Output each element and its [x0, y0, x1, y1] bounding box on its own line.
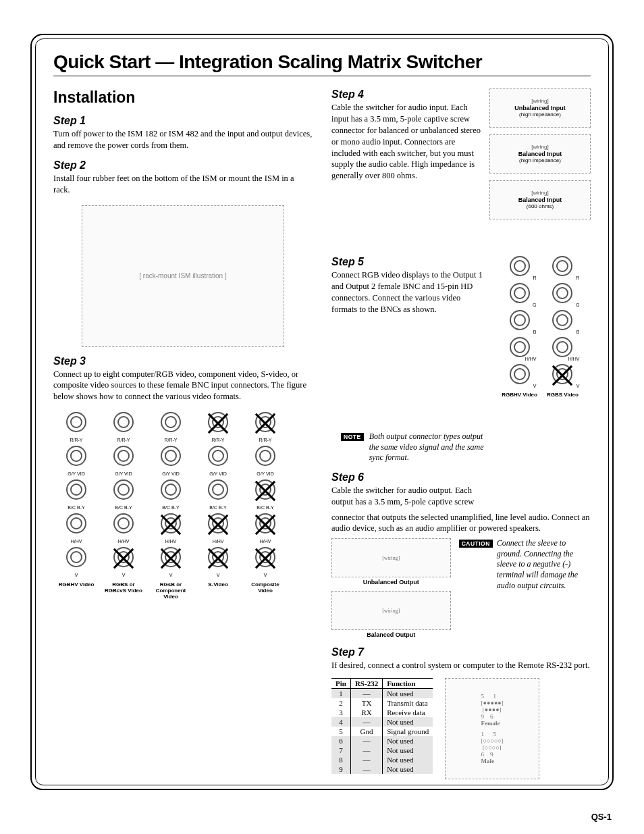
high-impedance-label: (high impedance) [519, 111, 561, 118]
bnc-connector [159, 412, 182, 435]
bnc-connector [159, 479, 182, 502]
bnc-signal-label: H/HV [525, 357, 537, 361]
bnc-signal-label: B/C B-Y [198, 505, 238, 511]
diagram-placeholder: [wiring] [531, 98, 548, 105]
bnc-column-label: RGsB or Component Video [151, 582, 191, 600]
step4-body: Cable the switcher for audio input. Each… [331, 102, 487, 182]
bnc-signal-label: H/HV [56, 539, 97, 544]
bnc-signal-label: G/Y VID [151, 471, 191, 477]
step1-body: Turn off power to the ISM 182 or ISM 482… [53, 128, 313, 151]
rs232-row: 7—Not used [331, 746, 433, 755]
bnc-signal-label: B/C B-Y [103, 505, 144, 511]
bnc-signal-label: B/C B-Y [245, 505, 286, 511]
rs232-pin: 7 [331, 746, 350, 755]
bnc-connector [159, 446, 182, 469]
bnc-connector [254, 513, 277, 536]
rs232-signal: — [350, 689, 382, 699]
rs232-row: 3RXReceive data [331, 708, 433, 717]
bnc-x-icon [254, 479, 277, 502]
note-tag: NOTE [341, 433, 364, 441]
bnc-connector [207, 547, 230, 570]
bnc-connector: B [551, 310, 574, 333]
bnc-output-column: RGBH/HVVRGBS Video [547, 256, 579, 398]
step5-body: Connect RGB video displays to the Output… [331, 269, 487, 315]
bnc-x-icon [159, 513, 182, 536]
bnc-x-icon [207, 547, 230, 570]
bnc-column-label: Composite Video [245, 582, 286, 594]
bnc-connector [207, 446, 230, 469]
bnc-input-column: R/R-YG/Y VIDB/C B-YH/HVVS-Video [198, 412, 238, 600]
unbalanced-input-label: Unbalanced Input [514, 105, 566, 112]
step7-body: If desired, connect a control system or … [331, 660, 591, 671]
content-columns: Installation Step 1 Turn off power to th… [53, 88, 591, 779]
bnc-x-icon [207, 513, 230, 536]
bnc-connector: V [551, 364, 574, 387]
unbalanced-input-diagram: [wiring] Unbalanced Input (high impedanc… [489, 88, 591, 128]
bnc-connector [254, 479, 277, 502]
bnc-signal-label: R/R-Y [103, 438, 144, 443]
page-inner-border: Quick Start — Integration Scaling Matrix… [35, 38, 609, 785]
bnc-x-icon [254, 513, 277, 536]
caution-tag: CAUTION [459, 540, 493, 548]
installation-heading: Installation [53, 88, 313, 107]
rs232-signal: — [350, 736, 382, 746]
bnc-signal-label: G [533, 303, 536, 307]
bnc-connector [254, 446, 277, 469]
bnc-connector [65, 412, 88, 435]
rs232-row: 1—Not used [331, 689, 433, 699]
rs232-row: 5GndSignal ground [331, 727, 433, 736]
rs232-row: 6—Not used [331, 736, 433, 746]
rs232-pin: 3 [331, 708, 350, 717]
bnc-x-icon [254, 412, 277, 435]
bnc-signal-label: R [576, 276, 579, 280]
rs232-col-rs232: RS-232 [350, 679, 382, 689]
bnc-signal-label: B/C B-Y [56, 505, 97, 511]
step6-heading: Step 6 [331, 471, 591, 484]
bnc-connector: R [508, 256, 531, 279]
bnc-x-icon [159, 547, 182, 570]
rs232-pin: 8 [331, 755, 350, 764]
bnc-input-column: R/R-YG/Y VIDB/C B-YH/HVVRGBS or RGBcvS V… [103, 412, 144, 600]
bnc-connector: B [508, 310, 531, 333]
bnc-x-icon [551, 364, 574, 387]
rs232-function: Receive data [383, 708, 433, 717]
bnc-column-label: RGBHV Video [59, 582, 95, 588]
bnc-signal-label: H/HV [568, 357, 580, 361]
bnc-output-figure: RGBH/HVVRGBHV VideoRGBH/HVVRGBS Video [489, 256, 591, 432]
bnc-signal-label: G/Y VID [198, 471, 238, 477]
bnc-signal-label: R [533, 276, 536, 280]
rs232-pin: 5 [331, 727, 350, 736]
page-outer-border: Quick Start — Integration Scaling Matrix… [30, 34, 614, 790]
step3-heading: Step 3 [53, 355, 313, 367]
bnc-signal-label: H/HV [151, 539, 191, 544]
bnc-signal-label: G [576, 303, 579, 307]
bnc-connector [159, 513, 182, 536]
bnc-signal-label: G/Y VID [103, 471, 144, 477]
bnc-signal-label: V [533, 384, 537, 388]
step3-body: Connect up to eight computer/RGB video, … [53, 369, 313, 403]
step6-body-a: Cable the switcher for audio output. Eac… [331, 485, 487, 508]
bnc-connector [65, 479, 88, 502]
balanced-output-diagram: [wiring] [331, 591, 451, 630]
bnc-signal-label: B/C B-Y [151, 505, 191, 511]
audio-input-diagrams: [wiring] Unbalanced Input (high impedanc… [489, 88, 591, 244]
step2-body: Install four rubber feet on the bottom o… [53, 173, 313, 196]
rs232-pin: 1 [331, 689, 350, 699]
bnc-connector [207, 479, 230, 502]
rs232-function: Not used [383, 736, 433, 746]
unbalanced-output-diagram: [wiring] [331, 538, 451, 577]
title-rule [53, 76, 591, 76]
balanced-input-highz-diagram: [wiring] Balanced Input (high impedance) [489, 134, 591, 174]
left-column: Installation Step 1 Turn off power to th… [53, 88, 313, 779]
bnc-connector: H/HV [508, 337, 531, 360]
output-audio-diagrams: [wiring] Unbalanced Output [wiring] Bala… [331, 538, 451, 638]
rs232-function: Not used [383, 689, 433, 699]
bnc-signal-label: V [151, 573, 191, 578]
rs232-signal: RX [350, 708, 382, 717]
bnc-connector [207, 412, 230, 435]
caution-block: CAUTION Connect the sleeve to ground. Co… [459, 538, 589, 638]
balanced-output-label: Balanced Output [331, 631, 451, 638]
rs232-signal: — [350, 717, 382, 727]
bnc-input-column: R/R-YG/Y VIDB/C B-YH/HVVRGsB or Componen… [151, 412, 191, 600]
diagram-placeholder: [wiring] [531, 144, 548, 151]
